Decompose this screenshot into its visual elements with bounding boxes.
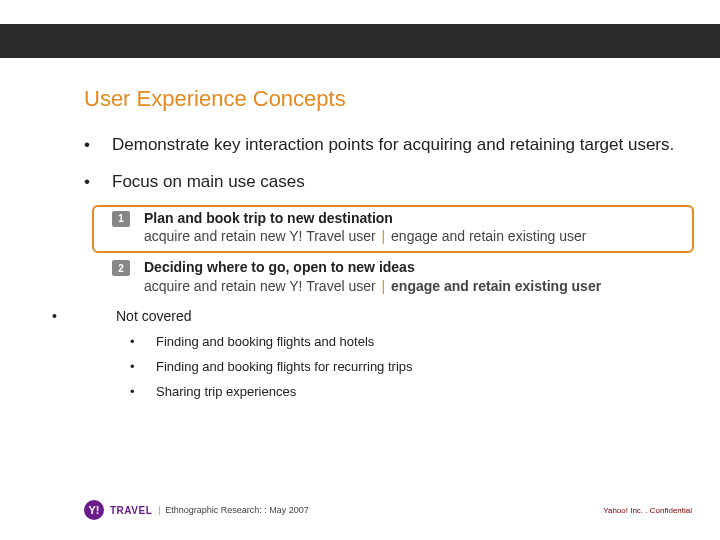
footer-caption-text: Ethnographic Research: : May 2007 [165, 505, 309, 515]
bullet-text: Focus on main use cases [112, 171, 305, 192]
case-sub-a: acquire and retain new Y! Travel user [144, 278, 376, 294]
case-title: Plan and book trip to new destination [144, 209, 586, 228]
bullet-dot: • [84, 134, 112, 155]
use-case-1: 1 Plan and book trip to new destination … [90, 209, 690, 247]
bullet-item: • Demonstrate key interaction points for… [84, 134, 690, 155]
list-item-text: Sharing trip experiences [156, 384, 296, 399]
list-item: • Finding and booking flights for recurr… [130, 359, 690, 374]
case-sub-b: engage and retain existing user [391, 278, 601, 294]
separator-icon: | [380, 278, 388, 294]
separator-icon: | [380, 228, 388, 244]
bullet-dot: • [130, 334, 156, 349]
not-covered-list: • Finding and booking flights and hotels… [130, 334, 690, 399]
case-subtitle: acquire and retain new Y! Travel user | … [144, 277, 601, 296]
confidential-label: Yahoo! Inc. . Confidential [603, 506, 692, 515]
case-number-badge: 1 [112, 211, 130, 227]
travel-logo-text: TRAVEL [110, 505, 152, 516]
case-body: Plan and book trip to new destination ac… [144, 209, 586, 247]
list-item-text: Finding and booking flights and hotels [156, 334, 374, 349]
footer-caption: | Ethnographic Research: : May 2007 [158, 505, 308, 515]
footer-left: Y! TRAVEL | Ethnographic Research: : May… [84, 500, 309, 520]
slide-footer: Y! TRAVEL | Ethnographic Research: : May… [84, 500, 692, 520]
bullet-text: Demonstrate key interaction points for a… [112, 134, 674, 155]
title-bar [0, 24, 720, 58]
bullet-dot: • [48, 308, 116, 324]
not-covered-heading: • Not covered [48, 308, 690, 324]
case-number-badge: 2 [112, 260, 130, 276]
list-item: • Finding and booking flights and hotels [130, 334, 690, 349]
case-sub-a: acquire and retain new Y! Travel user [144, 228, 376, 244]
bullet-dot: • [84, 171, 112, 192]
case-body: Deciding where to go, open to new ideas … [144, 258, 601, 296]
list-item: • Sharing trip experiences [130, 384, 690, 399]
case-subtitle: acquire and retain new Y! Travel user | … [144, 227, 586, 246]
use-case-2: 2 Deciding where to go, open to new idea… [90, 258, 690, 296]
bullet-item: • Focus on main use cases [84, 171, 690, 192]
not-covered-label: Not covered [116, 308, 191, 324]
use-cases: 1 Plan and book trip to new destination … [90, 209, 690, 297]
case-title: Deciding where to go, open to new ideas [144, 258, 601, 277]
case-sub-b: engage and retain existing user [391, 228, 586, 244]
main-bullet-list: • Demonstrate key interaction points for… [84, 134, 690, 193]
slide-content: User Experience Concepts • Demonstrate k… [84, 86, 690, 409]
separator-icon: | [158, 505, 162, 515]
list-item-text: Finding and booking flights for recurrin… [156, 359, 413, 374]
bullet-dot: • [130, 384, 156, 399]
yahoo-logo-icon: Y! [84, 500, 104, 520]
slide-title: User Experience Concepts [84, 86, 690, 112]
bullet-dot: • [130, 359, 156, 374]
